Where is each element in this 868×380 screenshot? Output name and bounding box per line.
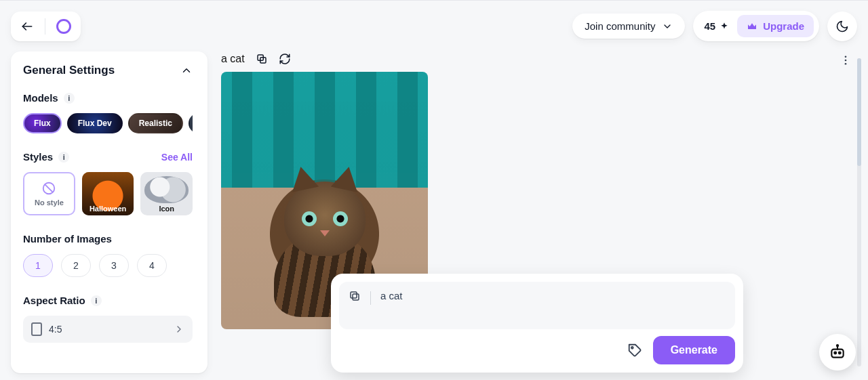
aspect-label: Aspect Ratio [23, 295, 85, 306]
general-settings-title: General Settings [23, 64, 115, 77]
result-prompt: a cat [221, 53, 245, 65]
generate-button[interactable]: Generate [653, 336, 735, 364]
top-bar: Join community 45 Upgrade [0, 0, 868, 51]
style-card-label: Icon [159, 205, 174, 213]
styles-row: No style Halloween Icon [23, 172, 193, 215]
general-settings-header[interactable]: General Settings [23, 64, 193, 77]
refresh-icon[interactable] [279, 53, 291, 65]
num-images-label: Number of Images [23, 233, 112, 245]
model-chip-anime[interactable]: Anime [189, 113, 193, 133]
chevron-up-icon [180, 64, 193, 77]
num-option-4[interactable]: 4 [137, 254, 167, 277]
svg-point-12 [834, 352, 836, 354]
upgrade-button[interactable]: Upgrade [737, 15, 814, 37]
models-row: Flux Flux Dev Realistic Anime [23, 113, 193, 133]
copy-icon[interactable] [256, 53, 268, 65]
num-option-3[interactable]: 3 [99, 254, 129, 277]
see-all-link[interactable]: See All [161, 152, 193, 163]
crown-icon [747, 21, 757, 32]
num-option-label: 3 [111, 260, 117, 271]
app-logo[interactable] [56, 19, 71, 34]
num-option-label: 4 [149, 260, 155, 271]
model-chip-realistic[interactable]: Realistic [128, 113, 183, 133]
num-option-1[interactable]: 1 [23, 254, 53, 277]
divider [370, 291, 371, 305]
tag-icon[interactable] [627, 343, 642, 358]
num-option-label: 2 [73, 260, 79, 271]
svg-point-5 [845, 56, 847, 58]
bot-icon [829, 343, 846, 361]
svg-rect-11 [831, 350, 843, 358]
kebab-icon[interactable] [840, 54, 852, 66]
aspect-ratio-icon [31, 322, 42, 336]
chevron-down-icon [662, 21, 673, 32]
svg-point-15 [837, 345, 838, 346]
style-card-label: No style [35, 198, 64, 207]
svg-point-13 [839, 352, 841, 354]
chevron-right-icon [174, 324, 184, 335]
prompt-input[interactable]: a cat [339, 282, 735, 329]
num-option-2[interactable]: 2 [61, 254, 91, 277]
num-images-row: 1 2 3 4 [23, 254, 193, 277]
credits-count: 45 [704, 20, 729, 32]
prompt-text: a cat [380, 290, 403, 301]
join-community-label: Join community [585, 20, 655, 32]
ban-icon [41, 181, 56, 196]
model-chip-label: Realistic [139, 119, 172, 128]
model-chip-label: Flux Dev [78, 119, 112, 128]
style-card-label: Halloween [90, 205, 126, 213]
svg-point-10 [631, 347, 633, 349]
generate-label: Generate [671, 344, 717, 356]
divider [45, 18, 45, 35]
svg-rect-8 [353, 294, 359, 300]
theme-toggle[interactable] [827, 12, 857, 41]
back-icon[interactable] [20, 20, 34, 33]
back-logo-group [11, 12, 81, 41]
svg-line-2 [45, 184, 53, 192]
style-card-none[interactable]: No style [23, 172, 75, 215]
style-card-halloween[interactable]: Halloween [82, 172, 134, 215]
aspect-label-row: Aspect Ratio i [23, 295, 193, 306]
image-icon[interactable] [349, 290, 361, 302]
model-chip-flux[interactable]: Flux [23, 113, 62, 133]
svg-rect-9 [351, 292, 357, 298]
svg-point-6 [845, 60, 847, 62]
model-chip-flux-dev[interactable]: Flux Dev [67, 113, 123, 133]
moon-icon [835, 20, 849, 33]
settings-sidebar: General Settings Models i Flux Flux Dev … [11, 51, 208, 373]
result-header: a cat [221, 51, 857, 72]
scrollbar[interactable] [857, 58, 861, 366]
info-icon[interactable]: i [64, 93, 75, 104]
num-images-label-row: Number of Images [23, 233, 193, 245]
prompt-card: a cat Generate [331, 274, 743, 373]
num-option-label: 1 [35, 260, 41, 271]
upgrade-label: Upgrade [763, 20, 804, 32]
aspect-ratio-selector[interactable]: 4:5 [23, 316, 193, 343]
chatbot-fab[interactable] [819, 334, 856, 371]
join-community-button[interactable]: Join community [572, 14, 685, 39]
styles-header: Styles i See All [23, 151, 193, 163]
models-label-row: Models i [23, 92, 193, 104]
style-card-icon[interactable]: Icon [140, 172, 193, 215]
info-icon[interactable]: i [91, 295, 102, 306]
models-label: Models [23, 92, 58, 104]
sparkle-icon [719, 22, 729, 31]
credits-value: 45 [704, 20, 715, 32]
aspect-value: 4:5 [49, 324, 62, 335]
info-icon[interactable]: i [58, 152, 69, 163]
credits-upgrade-group: 45 Upgrade [693, 11, 819, 41]
model-chip-label: Flux [34, 119, 51, 128]
styles-label: Styles [23, 151, 53, 163]
svg-point-7 [845, 63, 847, 65]
